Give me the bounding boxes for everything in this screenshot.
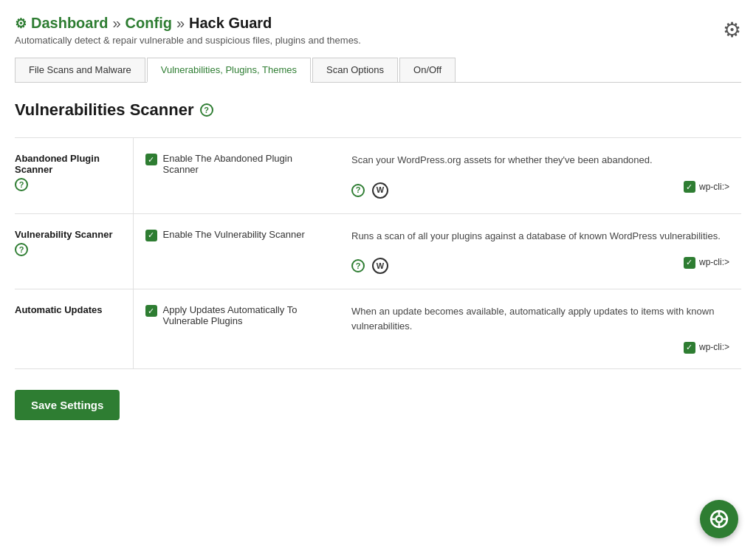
wpcli-label: wp-cli:> [699,180,729,193]
wpcli-checkbox[interactable]: ✓ [684,257,695,269]
checkbox-row: ✓ Apply Updates Automatically To Vulnera… [145,304,329,326]
breadcrumb-dashboard[interactable]: Dashboard [31,15,108,32]
row2-help-icon[interactable]: ? [15,243,28,256]
svg-point-1 [716,516,723,523]
breadcrumb-config[interactable]: Config [126,15,172,32]
option-label-text: Enable The Vulnerability Scanner [163,229,305,240]
desc-icons-left: ? W [351,258,388,274]
wpcli-label: wp-cli:> [699,340,729,354]
option-abandoned-plugin: ✓ Enable The Abandoned Plugin Scanner [133,138,340,214]
wpcli-badge: ✓ wp-cli:> [684,255,729,269]
wpcli-label: wp-cli:> [699,255,729,269]
option-label-text: Apply Updates Automatically To Vulnerabl… [163,304,329,326]
desc-text: Scan your WordPress.org assets for wheth… [351,154,653,165]
label-abandoned-plugin: Abandoned Plugin Scanner ? [15,138,133,214]
checkbox-row: ✓ Enable The Abandoned Plugin Scanner [145,153,329,175]
option-vulnerability-scanner: ✓ Enable The Vulnerability Scanner [133,213,340,289]
wp-icon[interactable]: W [372,182,388,199]
wpcli-checkbox[interactable]: ✓ [684,181,695,193]
checkbox-row: ✓ Enable The Vulnerability Scanner [145,229,329,241]
save-button[interactable]: Save Settings [15,390,120,420]
wpcli-checkbox[interactable]: ✓ [684,342,695,354]
checkbox-vulnerability-scanner[interactable]: ✓ [145,230,157,241]
page-subtitle: Automatically detect & repair vulnerable… [15,35,361,46]
label-automatic-updates: Automatic Updates [15,289,133,369]
tab-on-off[interactable]: On/Off [399,58,456,82]
tab-vulnerabilities[interactable]: Vulnerabilities, Plugins, Themes [147,58,311,83]
settings-table: Abandoned Plugin Scanner ? ✓ Enable The … [15,137,741,369]
desc-automatic-updates: When an update becomes available, automa… [340,289,741,369]
label-text: Abandoned Plugin Scanner [15,153,121,175]
section-title: Vulnerabilities Scanner ? [15,100,741,120]
desc-text: When an update becomes available, automa… [351,306,714,332]
breadcrumb-sep1: » [112,15,120,32]
table-row: Abandoned Plugin Scanner ? ✓ Enable The … [15,138,741,214]
option-label-text: Enable The Abandoned Plugin Scanner [163,153,329,175]
fab-button[interactable] [700,500,738,538]
tab-bar: File Scans and Malware Vulnerabilities, … [15,58,741,83]
label-text: Automatic Updates [15,304,102,315]
breadcrumb: ⚙ Dashboard » Config » Hack Guard [15,15,361,32]
row1-help-icon[interactable]: ? [15,178,28,191]
tab-scan-options[interactable]: Scan Options [312,58,398,82]
desc-text: Runs a scan of all your plugins against … [351,230,721,241]
desc-abandoned-plugin: Scan your WordPress.org assets for wheth… [340,138,741,214]
label-vulnerability-scanner: Vulnerability Scanner ? [15,213,133,289]
desc-vulnerability-scanner: Runs a scan of all your plugins against … [340,213,741,289]
section-title-text: Vulnerabilities Scanner [15,100,194,120]
table-row: Automatic Updates ✓ Apply Updates Automa… [15,289,741,369]
label-text: Vulnerability Scanner [15,229,112,240]
checkbox-abandoned-plugin[interactable]: ✓ [145,154,157,165]
header-left: ⚙ Dashboard » Config » Hack Guard Automa… [15,15,361,46]
desc-icons-left: ? W [351,182,388,199]
wpcli-badge: ✓ wp-cli:> [684,180,729,193]
checkbox-automatic-updates[interactable]: ✓ [145,305,157,317]
settings-icon-inline: ⚙ [15,16,27,32]
desc-help-icon[interactable]: ? [351,184,365,197]
tab-file-scans[interactable]: File Scans and Malware [15,58,145,82]
breadcrumb-current: Hack Guard [189,15,272,32]
header: ⚙ Dashboard » Config » Hack Guard Automa… [15,15,741,46]
wp-icon[interactable]: W [372,258,388,274]
desc-help-icon[interactable]: ? [351,259,365,272]
desc-icons-row: ? W ✓ wp-cli:> [351,175,729,199]
breadcrumb-sep2: » [176,15,185,32]
section-help-icon[interactable]: ? [200,103,213,117]
page-wrapper: ⚙ Dashboard » Config » Hack Guard Automa… [0,0,756,556]
desc-icons-row: ? W ✓ wp-cli:> [351,250,729,274]
gear-button[interactable]: ⚙ [723,18,741,42]
option-automatic-updates: ✓ Apply Updates Automatically To Vulnera… [133,289,340,369]
table-row: Vulnerability Scanner ? ✓ Enable The Vul… [15,213,741,289]
wpcli-badge: ✓ wp-cli:> [684,340,729,354]
desc-icons-row: ✓ wp-cli:> [351,340,729,354]
